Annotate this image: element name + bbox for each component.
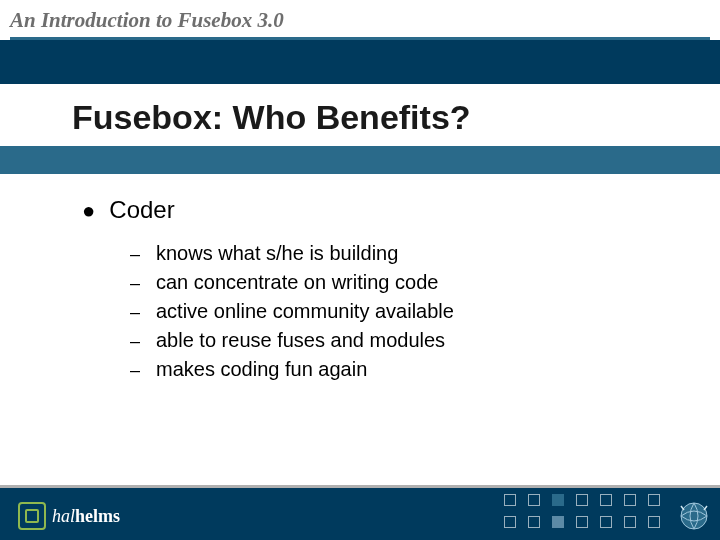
slide-title: Fusebox: Who Benefits? <box>72 98 471 137</box>
square-icon <box>624 516 636 528</box>
title-accent-band <box>0 146 720 174</box>
list-item: – able to reuse fuses and modules <box>130 329 660 352</box>
sub-bullet-text: knows what s/he is building <box>156 242 398 265</box>
globe-icon <box>678 500 710 532</box>
header-title: An Introduction to Fusebox 3.0 <box>10 8 710 33</box>
sub-bullet-text: active online community available <box>156 300 454 323</box>
footer: halhelms <box>0 488 720 540</box>
bullet-dot-icon: ● <box>82 200 95 222</box>
square-icon <box>528 494 540 506</box>
square-icon <box>576 516 588 528</box>
sub-bullet-text: makes coding fun again <box>156 358 367 381</box>
footer-squares-decoration <box>504 494 664 532</box>
dash-icon: – <box>130 331 140 352</box>
dash-icon: – <box>130 244 140 265</box>
bullet-main-text: Coder <box>109 196 174 224</box>
list-item: – active online community available <box>130 300 660 323</box>
square-icon <box>624 494 636 506</box>
square-icon <box>552 494 564 506</box>
square-icon <box>504 516 516 528</box>
bullet-main: ● Coder <box>82 196 660 224</box>
logo-text-part1: hal <box>52 506 75 526</box>
list-item: – makes coding fun again <box>130 358 660 381</box>
dash-icon: – <box>130 273 140 294</box>
square-icon <box>576 494 588 506</box>
sub-bullet-text: able to reuse fuses and modules <box>156 329 445 352</box>
square-icon <box>648 494 660 506</box>
list-item: – can concentrate on writing code <box>130 271 660 294</box>
sub-bullet-text: can concentrate on writing code <box>156 271 438 294</box>
dash-icon: – <box>130 302 140 323</box>
square-icon <box>504 494 516 506</box>
logo-text-part2: helms <box>75 506 120 526</box>
square-icon <box>600 516 612 528</box>
header-band <box>0 40 720 84</box>
square-icon <box>552 516 564 528</box>
logo: halhelms <box>18 502 120 530</box>
sub-bullet-list: – knows what s/he is building – can conc… <box>130 242 660 381</box>
logo-mark-icon <box>18 502 46 530</box>
square-icon <box>600 494 612 506</box>
square-icon <box>648 516 660 528</box>
list-item: – knows what s/he is building <box>130 242 660 265</box>
logo-text: halhelms <box>52 506 120 527</box>
svg-point-0 <box>681 503 707 529</box>
square-icon <box>528 516 540 528</box>
dash-icon: – <box>130 360 140 381</box>
content-area: ● Coder – knows what s/he is building – … <box>82 196 660 387</box>
slide: An Introduction to Fusebox 3.0 Fusebox: … <box>0 0 720 540</box>
